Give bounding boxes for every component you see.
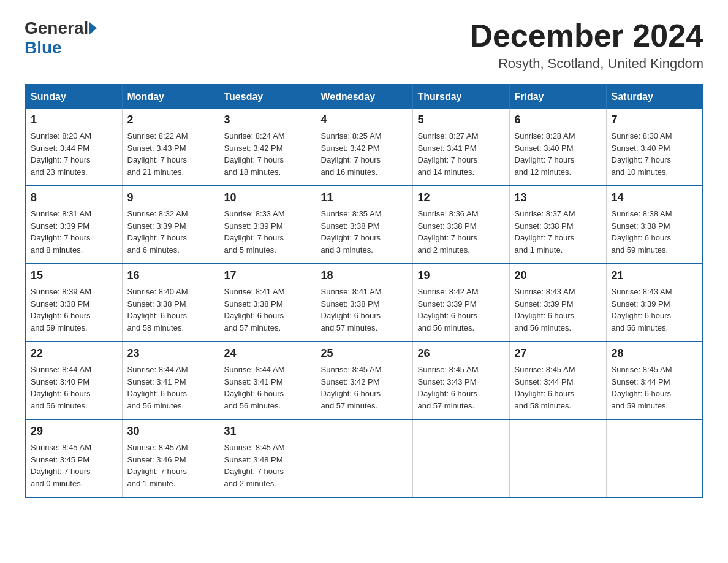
day-info: Sunrise: 8:31 AMSunset: 3:39 PMDaylight:…: [31, 208, 117, 256]
day-header-monday: Monday: [122, 85, 219, 109]
calendar-table: SundayMondayTuesdayWednesdayThursdayFrid…: [25, 84, 703, 498]
day-number: 23: [127, 347, 214, 360]
day-info: Sunrise: 8:44 AMSunset: 3:40 PMDaylight:…: [31, 364, 117, 412]
calendar-cell: 6Sunrise: 8:28 AMSunset: 3:40 PMDaylight…: [509, 109, 606, 186]
calendar-cell: 27Sunrise: 8:45 AMSunset: 3:44 PMDayligh…: [509, 342, 606, 419]
day-number: 31: [224, 425, 311, 438]
calendar-cell: 23Sunrise: 8:44 AMSunset: 3:41 PMDayligh…: [122, 342, 219, 419]
calendar-cell: 17Sunrise: 8:41 AMSunset: 3:38 PMDayligh…: [219, 264, 316, 342]
day-info: Sunrise: 8:22 AMSunset: 3:43 PMDaylight:…: [127, 130, 214, 178]
day-info: Sunrise: 8:20 AMSunset: 3:44 PMDaylight:…: [31, 130, 117, 178]
calendar-cell: 3Sunrise: 8:24 AMSunset: 3:42 PMDaylight…: [219, 109, 316, 186]
day-header-thursday: Thursday: [412, 85, 509, 109]
day-number: 16: [127, 269, 214, 282]
day-number: 21: [612, 269, 698, 282]
calendar-cell: 10Sunrise: 8:33 AMSunset: 3:39 PMDayligh…: [219, 186, 316, 264]
calendar-cell: 18Sunrise: 8:41 AMSunset: 3:38 PMDayligh…: [316, 264, 412, 342]
calendar-cell: [316, 419, 412, 497]
day-number: 2: [127, 113, 214, 126]
calendar-cell: 28Sunrise: 8:45 AMSunset: 3:44 PMDayligh…: [606, 342, 703, 419]
calendar-cell: 16Sunrise: 8:40 AMSunset: 3:38 PMDayligh…: [122, 264, 219, 342]
day-info: Sunrise: 8:40 AMSunset: 3:38 PMDaylight:…: [127, 286, 214, 334]
calendar-cell: 12Sunrise: 8:36 AMSunset: 3:38 PMDayligh…: [412, 186, 509, 264]
day-header-saturday: Saturday: [606, 85, 703, 109]
day-header-friday: Friday: [509, 85, 606, 109]
month-title: December 2024: [469, 18, 703, 53]
day-number: 12: [418, 191, 504, 204]
calendar-cell: 20Sunrise: 8:43 AMSunset: 3:39 PMDayligh…: [509, 264, 606, 342]
calendar-week-row: 15Sunrise: 8:39 AMSunset: 3:38 PMDayligh…: [25, 264, 703, 342]
calendar-week-row: 1Sunrise: 8:20 AMSunset: 3:44 PMDaylight…: [25, 109, 703, 186]
day-number: 20: [515, 269, 601, 282]
calendar-cell: 4Sunrise: 8:25 AMSunset: 3:42 PMDaylight…: [316, 109, 412, 186]
logo-blue-text: Blue: [25, 38, 62, 58]
day-info: Sunrise: 8:39 AMSunset: 3:38 PMDaylight:…: [31, 286, 117, 334]
day-number: 15: [31, 269, 117, 282]
calendar-cell: 24Sunrise: 8:44 AMSunset: 3:41 PMDayligh…: [219, 342, 316, 419]
day-info: Sunrise: 8:32 AMSunset: 3:39 PMDaylight:…: [127, 208, 214, 256]
calendar-cell: 19Sunrise: 8:42 AMSunset: 3:39 PMDayligh…: [412, 264, 509, 342]
day-info: Sunrise: 8:45 AMSunset: 3:43 PMDaylight:…: [418, 364, 504, 412]
day-number: 18: [321, 269, 408, 282]
calendar-cell: 25Sunrise: 8:45 AMSunset: 3:42 PMDayligh…: [316, 342, 412, 419]
day-info: Sunrise: 8:45 AMSunset: 3:44 PMDaylight:…: [515, 364, 601, 412]
day-number: 25: [321, 347, 408, 360]
day-info: Sunrise: 8:35 AMSunset: 3:38 PMDaylight:…: [321, 208, 408, 256]
calendar-cell: 22Sunrise: 8:44 AMSunset: 3:40 PMDayligh…: [25, 342, 122, 419]
day-number: 26: [418, 347, 504, 360]
day-number: 19: [418, 269, 504, 282]
day-info: Sunrise: 8:41 AMSunset: 3:38 PMDaylight:…: [224, 286, 311, 334]
location-subtitle: Rosyth, Scotland, United Kingdom: [469, 56, 703, 72]
day-number: 24: [224, 347, 311, 360]
day-number: 22: [31, 347, 117, 360]
day-info: Sunrise: 8:45 AMSunset: 3:44 PMDaylight:…: [612, 364, 698, 412]
day-info: Sunrise: 8:45 AMSunset: 3:48 PMDaylight:…: [224, 442, 311, 489]
day-info: Sunrise: 8:45 AMSunset: 3:42 PMDaylight:…: [321, 364, 408, 412]
title-section: December 2024 Rosyth, Scotland, United K…: [469, 18, 703, 72]
calendar-cell: 5Sunrise: 8:27 AMSunset: 3:41 PMDaylight…: [412, 109, 509, 186]
day-number: 8: [31, 191, 117, 204]
day-number: 13: [515, 191, 601, 204]
day-info: Sunrise: 8:27 AMSunset: 3:41 PMDaylight:…: [418, 130, 504, 178]
day-number: 27: [515, 347, 601, 360]
day-number: 7: [612, 113, 698, 126]
calendar-week-row: 8Sunrise: 8:31 AMSunset: 3:39 PMDaylight…: [25, 186, 703, 264]
day-info: Sunrise: 8:37 AMSunset: 3:38 PMDaylight:…: [515, 208, 601, 256]
calendar-cell: 29Sunrise: 8:45 AMSunset: 3:45 PMDayligh…: [25, 419, 122, 497]
logo-arrow-icon: [89, 22, 97, 34]
day-info: Sunrise: 8:33 AMSunset: 3:39 PMDaylight:…: [224, 208, 311, 256]
day-number: 28: [612, 347, 698, 360]
calendar-cell: 11Sunrise: 8:35 AMSunset: 3:38 PMDayligh…: [316, 186, 412, 264]
calendar-cell: 15Sunrise: 8:39 AMSunset: 3:38 PMDayligh…: [25, 264, 122, 342]
day-info: Sunrise: 8:38 AMSunset: 3:38 PMDaylight:…: [612, 208, 698, 256]
day-number: 4: [321, 113, 408, 126]
calendar-cell: 7Sunrise: 8:30 AMSunset: 3:40 PMDaylight…: [606, 109, 703, 186]
day-info: Sunrise: 8:25 AMSunset: 3:42 PMDaylight:…: [321, 130, 408, 178]
day-number: 29: [31, 425, 117, 438]
day-header-wednesday: Wednesday: [316, 85, 412, 109]
day-number: 3: [224, 113, 311, 126]
day-number: 1: [31, 113, 117, 126]
calendar-cell: 14Sunrise: 8:38 AMSunset: 3:38 PMDayligh…: [606, 186, 703, 264]
day-info: Sunrise: 8:44 AMSunset: 3:41 PMDaylight:…: [127, 364, 214, 412]
day-info: Sunrise: 8:43 AMSunset: 3:39 PMDaylight:…: [612, 286, 698, 334]
day-header-tuesday: Tuesday: [219, 85, 316, 109]
day-info: Sunrise: 8:44 AMSunset: 3:41 PMDaylight:…: [224, 364, 311, 412]
day-info: Sunrise: 8:45 AMSunset: 3:45 PMDaylight:…: [31, 442, 117, 489]
calendar-cell: 1Sunrise: 8:20 AMSunset: 3:44 PMDaylight…: [25, 109, 122, 186]
calendar-cell: 2Sunrise: 8:22 AMSunset: 3:43 PMDaylight…: [122, 109, 219, 186]
day-number: 5: [418, 113, 504, 126]
logo: General Blue: [25, 18, 98, 58]
calendar-cell: 8Sunrise: 8:31 AMSunset: 3:39 PMDaylight…: [25, 186, 122, 264]
calendar-week-row: 29Sunrise: 8:45 AMSunset: 3:45 PMDayligh…: [25, 419, 703, 497]
calendar-cell: 30Sunrise: 8:45 AMSunset: 3:46 PMDayligh…: [122, 419, 219, 497]
day-info: Sunrise: 8:24 AMSunset: 3:42 PMDaylight:…: [224, 130, 311, 178]
day-number: 11: [321, 191, 408, 204]
day-number: 6: [515, 113, 601, 126]
day-number: 10: [224, 191, 311, 204]
calendar-cell: [412, 419, 509, 497]
day-number: 9: [127, 191, 214, 204]
calendar-header-row: SundayMondayTuesdayWednesdayThursdayFrid…: [25, 85, 703, 109]
day-info: Sunrise: 8:28 AMSunset: 3:40 PMDaylight:…: [515, 130, 601, 178]
day-info: Sunrise: 8:45 AMSunset: 3:46 PMDaylight:…: [127, 442, 214, 489]
